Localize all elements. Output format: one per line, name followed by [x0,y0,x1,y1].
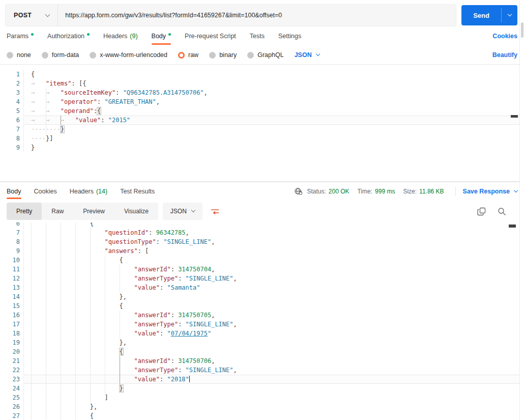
json-key: "operand" [61,107,94,115]
indent-guide [75,222,76,228]
indent-guide [61,237,61,246]
indent-guide [75,329,76,338]
code-line: "value": "2018" [24,375,524,384]
tab-whitespace-icon: → [31,116,46,125]
text-cursor [189,376,190,382]
indent-guide [31,338,32,347]
body-mode-none[interactable]: none [7,51,31,59]
page-scrollbar [519,0,524,420]
tab-settings[interactable]: Settings [278,26,301,46]
code-line: } [24,143,524,152]
indent-guide [31,222,32,228]
indent-guide [31,320,32,329]
tab-cookies[interactable]: Cookies [34,182,57,200]
tab-body[interactable]: Body [7,182,21,200]
indent-guide [75,366,76,375]
indent-guide [46,356,46,366]
json-punctuation: : [178,275,185,282]
indent-guide [75,402,76,411]
json-key: "value" [134,284,160,291]
indent-guide [46,228,46,237]
indent-guide [90,311,91,320]
line-number: 20 [0,347,20,356]
indent-guide [61,329,61,338]
view-tab-preview[interactable]: Preview [73,203,114,220]
json-punctuation: { [31,71,35,78]
indent-guide [61,356,61,366]
copy-icon[interactable] [477,207,486,216]
send-button[interactable]: Send [461,5,501,25]
code-line: "value": "Samanta" [24,283,524,292]
tab-headers[interactable]: Headers(9) [103,26,138,46]
page-scrollbar-thumb[interactable] [521,22,523,38]
status-label: Status: [307,188,326,195]
line-number-gutter: 123456789 [0,70,24,152]
view-tab-visualize[interactable]: Visualize [114,203,158,220]
wrap-line-button[interactable] [207,203,223,220]
indent-guide [61,384,61,393]
json-punctuation: }, [90,403,97,410]
line-number: 21 [0,356,20,366]
tab-body[interactable]: Body [152,26,171,46]
save-response-button[interactable]: Save Response [463,188,517,195]
line-number: 22 [0,366,20,375]
body-mode-x-www-form-urlencoded[interactable]: x-www-form-urlencoded [90,51,167,59]
view-tab-raw[interactable]: Raw [42,203,73,220]
indent-guide [105,301,105,311]
indent-guide [31,402,32,411]
search-icon[interactable] [498,207,506,216]
code-area[interactable]: {→"items": [{→→"sourceItemKey": "Q963427… [24,70,524,152]
view-tab-pretty[interactable]: Pretty [7,203,42,220]
mode-label: binary [219,51,237,59]
indent-guide [61,301,61,311]
tab-tests[interactable]: Tests [250,26,265,46]
indent-guide [31,347,32,356]
body-language-select[interactable]: JSON [295,51,319,59]
indent-guide [61,347,61,356]
body-mode-form-data[interactable]: form-data [42,51,79,59]
tab-test-results[interactable]: Test Results [120,182,155,200]
overview-ruler-cursor-mark [509,225,516,228]
tab-headers[interactable]: Headers(14) [70,182,107,200]
json-punctuation: : [160,330,167,337]
send-options-button[interactable] [502,5,517,25]
indent-guide [31,375,32,384]
line-number: 24 [0,384,20,393]
line-number: 19 [0,338,20,347]
line-number: 8 [0,134,20,143]
body-mode-binary[interactable]: binary [209,51,237,59]
indent-guide [90,393,91,402]
tab-whitespace-icon: → [46,97,61,106]
cookies-link[interactable]: Cookies [492,33,517,40]
request-body-editor[interactable]: 123456789 {→"items": [{→→"sourceItemKey"… [0,65,524,182]
response-body-viewer[interactable]: 6789101112131415161718192021222324252627… [0,222,524,419]
indent-guide [120,311,120,320]
tab-count-badge: (9) [130,33,137,40]
tab-label: Authorization [47,33,84,40]
method-select[interactable]: POST [6,5,57,26]
response-language-select[interactable]: JSON [163,203,202,220]
line-number: 13 [0,283,20,292]
json-punctuation: : [{ [71,80,86,87]
json-string: " [167,330,170,337]
code-area[interactable]: {"questionId": 96342785,"questionType": … [24,222,524,419]
tab-label: Pre-request Script [185,33,236,40]
code-line: }, [24,402,524,411]
json-punctuation: : [178,367,185,374]
json-punctuation: : [149,229,156,236]
json-punctuation: , [234,275,237,282]
line-number: 17 [0,320,20,329]
beautify-link[interactable]: Beautify [492,51,517,59]
body-mode-raw[interactable]: raw [178,51,198,59]
url-input[interactable]: https://app.form.com/gw/v3/results/list?… [58,12,456,19]
indent-guide [31,292,32,301]
json-punctuation: , [211,238,215,245]
indent-guide [46,329,46,338]
tab-authorization[interactable]: Authorization [47,26,90,46]
indent-guide [105,384,105,393]
tab-params[interactable]: Params [7,26,34,46]
indent-guide [31,384,32,393]
request-tabs: ParamsAuthorizationHeaders(9)BodyPre-req… [0,26,524,46]
tab-pre-request-script[interactable]: Pre-request Script [185,26,236,46]
body-mode-graphql[interactable]: GraphQL [247,51,283,59]
